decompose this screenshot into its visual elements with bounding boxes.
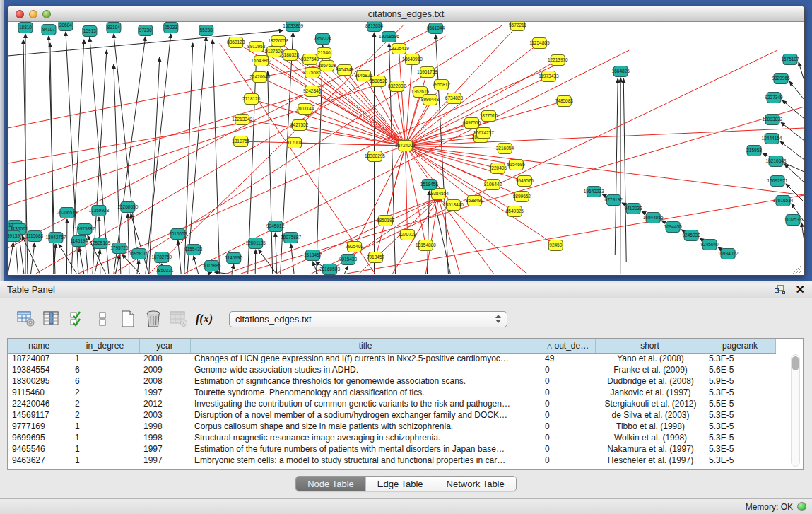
network-node[interactable]: 94107 — [42, 25, 56, 35]
network-node[interactable]: 92450 — [548, 240, 563, 251]
new-file-icon[interactable] — [117, 308, 139, 329]
network-node[interactable]: 16210643 — [766, 156, 787, 167]
column-header-name[interactable]: name — [8, 339, 71, 353]
network-node[interactable]: 13154880 — [416, 240, 436, 251]
network-node[interactable]: 1145194 — [71, 236, 88, 247]
network-node[interactable]: 18226058 — [268, 36, 288, 47]
table-selector-dropdown[interactable]: citations_edges.txt — [229, 311, 507, 327]
network-node[interactable]: 10674237 — [473, 128, 494, 139]
table-row[interactable]: 1456911722003Disruption of a novel membe… — [8, 409, 775, 421]
network-node[interactable]: 16033809 — [283, 22, 303, 32]
table-settings-icon[interactable] — [16, 308, 37, 329]
network-node[interactable]: 1795725 — [110, 243, 129, 254]
network-node[interactable]: 12093832 — [763, 115, 783, 125]
table-vertical-scrollbar[interactable] — [791, 354, 800, 467]
column-header-year[interactable]: year — [139, 339, 190, 353]
network-node[interactable]: 9829966 — [772, 74, 790, 84]
zoom-window-icon[interactable] — [42, 10, 51, 18]
table-row[interactable]: 1830029562008Estimation of significance … — [8, 375, 775, 387]
network-node[interactable]: 1588520 — [370, 76, 388, 87]
table-row[interactable]: 969969511998Structural magnetic resonanc… — [8, 432, 775, 443]
network-node[interactable]: 6779192 — [605, 195, 623, 206]
network-node[interactable]: 8549325 — [506, 206, 524, 217]
network-node[interactable]: 8538492 — [466, 196, 484, 206]
memory-ok-icon[interactable] — [797, 502, 806, 511]
network-node[interactable]: 16934022 — [718, 249, 739, 259]
resize-grip-icon[interactable] — [793, 265, 801, 274]
network-node[interactable]: 7857224 — [314, 34, 332, 45]
network-node[interactable]: 15913 — [83, 26, 97, 37]
table-row[interactable]: 1872400712008Changes of HCN gene express… — [8, 353, 775, 364]
network-node[interactable]: 17016534 — [773, 196, 794, 206]
network-node[interactable]: 1664826 — [612, 66, 630, 77]
tab-edge-table[interactable]: Edge Table — [366, 477, 435, 491]
network-node[interactable]: 9850193 — [377, 216, 395, 226]
network-node[interactable]: 215953 — [746, 146, 762, 156]
select-column-icon[interactable] — [41, 308, 62, 329]
network-node[interactable]: 7955812 — [433, 80, 451, 90]
network-node[interactable]: 18810 — [18, 23, 33, 33]
network-node[interactable]: 5015885 — [203, 261, 221, 271]
network-node[interactable]: 1115688 — [26, 231, 44, 242]
column-header-short[interactable]: short — [595, 339, 705, 353]
network-node[interactable]: 2718120 — [242, 94, 261, 105]
network-node[interactable]: 9549575 — [516, 176, 534, 187]
network-node[interactable]: 8186328 — [281, 50, 300, 61]
network-node[interactable]: 12444154 — [762, 134, 782, 144]
network-node[interactable]: 18300295 — [365, 151, 385, 162]
network-node[interactable]: 9015433 — [339, 255, 358, 265]
network-node[interactable]: 15692971 — [767, 176, 788, 187]
network-node[interactable]: 2803144 — [296, 104, 314, 115]
float-panel-icon[interactable] — [775, 285, 786, 295]
network-node[interactable]: 1270723 — [399, 230, 417, 240]
network-node[interactable]: 13942757 — [46, 233, 66, 243]
network-node[interactable]: 7925402 — [346, 242, 364, 252]
table-row[interactable]: 946362711997Embryonic stem cells: a mode… — [8, 455, 775, 466]
network-node[interactable]: 9242848 — [303, 86, 322, 97]
network-node[interactable]: 1518457 — [304, 250, 322, 261]
network-node[interactable]: 1810755 — [232, 136, 250, 147]
network-node[interactable]: 55238 — [199, 25, 213, 36]
network-node[interactable]: 8175685 — [303, 68, 322, 78]
row-height-icon[interactable] — [92, 308, 113, 329]
table-row[interactable]: 2242004622012Investigating the contribut… — [8, 398, 775, 409]
network-node[interactable]: 8912953 — [247, 42, 266, 52]
function-builder-icon[interactable]: f(x) — [194, 308, 215, 329]
network-node[interactable]: 7220406 — [489, 163, 507, 174]
network-node[interactable]: 3216054 — [496, 144, 514, 154]
network-node[interactable]: 39139 — [8, 231, 20, 242]
network-node[interactable]: 9154695 — [507, 160, 526, 170]
network-node[interactable]: 16944055 — [643, 213, 664, 223]
network-node[interactable]: 25233 — [164, 23, 178, 33]
column-header-out_de[interactable]: △out_de… — [541, 339, 595, 353]
network-node[interactable]: 8860123 — [227, 37, 245, 48]
network-node[interactable]: 12501185 — [246, 238, 266, 249]
network-node[interactable]: 11254805 — [529, 38, 550, 49]
network-node[interactable]: 8454749 — [336, 65, 354, 76]
network-node[interactable]: 9155433 — [184, 245, 203, 255]
network-node[interactable]: 6497566 — [463, 118, 481, 129]
tab-network-table[interactable]: Network Table — [435, 477, 516, 491]
network-node[interactable]: 6734028 — [445, 93, 464, 104]
tab-node-table[interactable]: Node Table — [296, 477, 366, 491]
table-row[interactable]: 1938455462009Genome-wide association stu… — [8, 364, 775, 375]
network-node[interactable]: 8322037 — [388, 81, 406, 92]
network-node[interactable]: 9327548 — [301, 54, 319, 65]
network-node[interactable]: 8561044 — [427, 23, 445, 34]
column-header-in_degree[interactable]: in_degree — [71, 339, 139, 353]
close-panel-icon[interactable]: ✕ — [796, 285, 805, 295]
network-node[interactable]: 9227349 — [765, 93, 783, 103]
minimize-window-icon[interactable] — [29, 10, 37, 18]
network-node[interactable]: 8427552 — [290, 120, 309, 131]
network-node[interactable]: 1145190 — [225, 253, 242, 264]
network-node[interactable]: 8990448 — [421, 95, 440, 105]
network-node[interactable]: 1694455 — [664, 222, 683, 233]
network-canvas[interactable]: 8860123891295318226058912750316543862818… — [8, 22, 804, 275]
network-node[interactable]: 8106442 — [484, 180, 502, 190]
network-node[interactable]: 7850331 — [155, 266, 174, 276]
network-node[interactable]: 20684 — [59, 22, 73, 31]
network-node[interactable]: 8813054 — [365, 22, 384, 32]
network-node[interactable]: 83104 — [107, 23, 121, 33]
network-node[interactable]: 917004 — [287, 138, 302, 148]
network-node[interactable]: 9412033 — [625, 204, 643, 214]
